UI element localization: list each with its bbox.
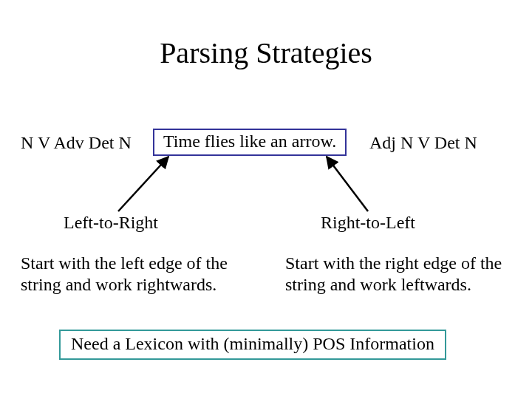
arrow-right-to-left — [327, 157, 368, 211]
pos-tags-left: N V Adv Det N — [21, 133, 132, 153]
lexicon-note: Need a Lexicon with (minimally) POS Info… — [59, 330, 446, 360]
pos-tags-right: Adj N V Det N — [369, 133, 477, 153]
label-left-to-right: Left-to-Right — [64, 213, 158, 233]
sentence-box: Time flies like an arrow. — [153, 129, 347, 156]
description-right: Start with the right edge of the string … — [285, 253, 522, 296]
description-left: Start with the left edge of the string a… — [21, 253, 257, 296]
arrow-left-to-right — [118, 157, 168, 211]
page-title: Parsing Strategies — [0, 35, 532, 70]
label-right-to-left: Right-to-Left — [321, 213, 415, 233]
